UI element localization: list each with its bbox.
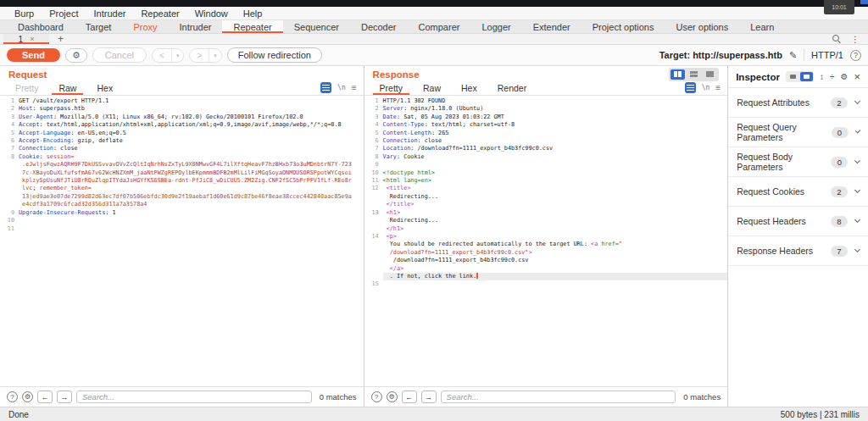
response-editor[interactable]: 1HTTP/1.1 302 FOUND2Server: nginx/1.18.0… xyxy=(364,96,728,386)
chevron-down-icon[interactable] xyxy=(854,217,860,223)
editor-menu-icon[interactable]: ≡ xyxy=(715,83,721,92)
tab-user-options[interactable]: User options xyxy=(665,20,739,33)
search-settings-icon[interactable]: ⚙ xyxy=(22,391,33,402)
tab-target[interactable]: Target xyxy=(75,20,123,33)
more-options-icon[interactable]: ⋮ xyxy=(851,35,860,44)
inspector-float-icon[interactable] xyxy=(800,72,813,81)
help-icon[interactable]: ? xyxy=(850,50,861,61)
send-settings-button[interactable]: ⚙ xyxy=(65,48,87,63)
request-tab-pretty[interactable]: Pretty xyxy=(5,80,48,95)
history-forward-button[interactable]: > ▾ xyxy=(189,48,221,63)
add-tab-button[interactable]: + xyxy=(49,34,72,44)
tab-repeater[interactable]: Repeater xyxy=(222,20,282,33)
response-tab-pretty[interactable]: Pretty xyxy=(370,80,413,95)
inspector-section-request-cookies[interactable]: Request Cookies2 xyxy=(728,177,868,207)
inspector-section-label: Request Query Parameters xyxy=(737,122,831,142)
forward-dropdown-icon[interactable]: ▾ xyxy=(209,49,221,62)
menu-item-burp[interactable]: Burp xyxy=(7,8,42,19)
layout-columns-icon[interactable] xyxy=(670,69,685,80)
syntax-highlight-icon[interactable] xyxy=(320,82,331,93)
tab-comparer[interactable]: Comparer xyxy=(408,20,471,33)
response-tab-render[interactable]: Render xyxy=(487,80,537,95)
chevron-down-icon[interactable] xyxy=(854,187,860,193)
search-help-icon[interactable]: ? xyxy=(7,391,18,402)
history-back-button[interactable]: < ▾ xyxy=(152,48,184,63)
count-badge: 0 xyxy=(832,127,849,138)
code-line: lvc; remember_token= xyxy=(0,185,364,192)
back-arrow-icon[interactable]: < xyxy=(153,49,171,62)
chevron-down-icon[interactable] xyxy=(854,98,860,104)
syntax-highlight-icon[interactable] xyxy=(685,82,696,93)
response-tab-hex[interactable]: Hex xyxy=(451,80,487,95)
code-line: 1GET /vault/export HTTP/1.1 xyxy=(0,97,364,105)
editor-menu-icon[interactable]: ≡ xyxy=(352,83,357,92)
layout-rows-icon[interactable] xyxy=(687,69,701,80)
request-tab-raw[interactable]: Raw xyxy=(48,80,86,95)
prev-match-button[interactable]: ← xyxy=(402,391,417,403)
tab-extender[interactable]: Extender xyxy=(522,20,581,33)
request-tab-hex[interactable]: Hex xyxy=(86,80,123,95)
menu-item-repeater[interactable]: Repeater xyxy=(133,8,186,19)
expand-all-icon[interactable]: ↕ xyxy=(820,72,824,81)
next-match-button[interactable]: → xyxy=(421,391,437,403)
response-search-bar: ? ⚙ ← → 0 matches xyxy=(364,386,728,407)
back-dropdown-icon[interactable]: ▾ xyxy=(171,49,184,62)
inspector-section-label: Request Headers xyxy=(737,216,806,226)
search-help-icon[interactable]: ? xyxy=(371,391,382,402)
send-button[interactable]: Send xyxy=(7,48,60,62)
menu-item-project[interactable]: Project xyxy=(42,8,86,19)
code-line: </title> xyxy=(364,201,728,208)
inspector-dock-icon[interactable] xyxy=(787,72,799,81)
inspector-section-request-query-parameters[interactable]: Request Query Parameters0 xyxy=(728,118,868,147)
response-tab-raw[interactable]: Raw xyxy=(413,80,451,95)
prev-match-button[interactable]: ← xyxy=(37,391,53,403)
code-line: 4Accept: text/html,application/xhtml+xml… xyxy=(0,121,364,129)
menu-item-window[interactable]: Window xyxy=(187,8,236,19)
count-badge: 2 xyxy=(831,186,848,197)
os-titlebar xyxy=(0,0,868,7)
tab-decoder[interactable]: Decoder xyxy=(350,20,408,33)
tab-sequencer[interactable]: Sequencer xyxy=(283,20,350,33)
close-inspector-icon[interactable]: × xyxy=(854,70,860,83)
chevron-down-icon[interactable] xyxy=(854,247,860,252)
show-newlines-icon[interactable]: \n xyxy=(702,84,710,91)
collapse-all-icon[interactable]: ÷ xyxy=(830,72,835,81)
chevron-down-icon[interactable] xyxy=(854,158,860,163)
tab-dashboard[interactable]: Dashboard xyxy=(7,20,75,33)
edit-target-icon[interactable]: ✎ xyxy=(789,50,797,61)
show-newlines-icon[interactable]: \n xyxy=(337,84,346,91)
next-match-button[interactable]: → xyxy=(57,391,72,403)
tab-logger[interactable]: Logger xyxy=(470,20,521,33)
repeater-tab-1[interactable]: 1 × xyxy=(3,34,49,44)
follow-redirection-button[interactable]: Follow redirection xyxy=(227,47,322,63)
request-editor[interactable]: 1GET /vault/export HTTP/1.12Host: superp… xyxy=(0,96,364,386)
chevron-down-icon[interactable] xyxy=(854,128,860,134)
inspector-settings-icon[interactable]: ⚙ xyxy=(840,72,848,81)
menu-item-intruder[interactable]: Intruder xyxy=(86,8,134,19)
request-match-count: 0 matches xyxy=(320,392,357,402)
tab-learn[interactable]: Learn xyxy=(739,20,785,33)
response-search-input[interactable] xyxy=(441,391,676,403)
tab-intruder[interactable]: Intruder xyxy=(169,20,223,33)
close-tab-icon[interactable]: × xyxy=(30,35,34,43)
layout-single-icon[interactable] xyxy=(703,69,717,80)
forward-arrow-icon[interactable]: > xyxy=(190,49,209,62)
cancel-button[interactable]: Cancel xyxy=(92,47,147,63)
inspector-view-toggle xyxy=(786,71,814,82)
inspector-section-request-headers[interactable]: Request Headers8 xyxy=(728,207,868,236)
code-line: 15 xyxy=(364,280,728,288)
request-search-input[interactable] xyxy=(76,391,312,403)
gear-icon: ⚙ xyxy=(72,50,81,61)
inspector-section-request-attributes[interactable]: Request Attributes2 xyxy=(728,88,868,118)
menu-item-help[interactable]: Help xyxy=(236,8,270,19)
code-line: 12 <title> xyxy=(364,185,728,192)
code-line: 8Vary: Cookie xyxy=(364,153,728,161)
tab-project-options[interactable]: Project options xyxy=(581,20,665,33)
search-settings-icon[interactable]: ⚙ xyxy=(387,391,398,402)
notification-indicator xyxy=(860,0,868,4)
code-line: 14 <p> xyxy=(364,233,728,241)
search-icon[interactable] xyxy=(832,35,841,43)
inspector-section-response-headers[interactable]: Response Headers7 xyxy=(728,236,868,266)
tab-proxy[interactable]: Proxy xyxy=(122,20,168,33)
inspector-section-request-body-parameters[interactable]: Request Body Parameters0 xyxy=(728,147,868,177)
